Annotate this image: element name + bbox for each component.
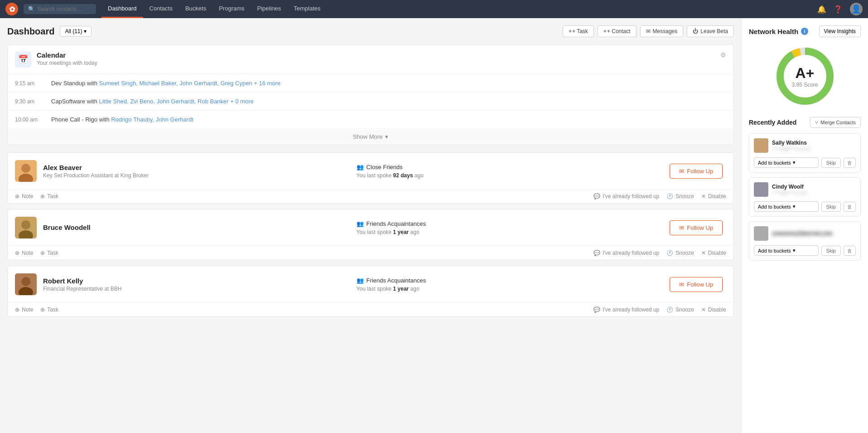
disable-action-2[interactable]: ✕ Disable bbox=[701, 250, 726, 256]
chevron-down-icon-2: ▾ bbox=[793, 204, 796, 209]
recent-actions-1: Add to buckets ▾ Skip 🗑 bbox=[754, 157, 856, 168]
add-contact-button[interactable]: + + Contact bbox=[598, 25, 637, 37]
follow-up-icon-2: ✉ bbox=[679, 224, 684, 231]
event-more-1[interactable]: + 16 more bbox=[254, 80, 280, 87]
follow-up-button-2[interactable]: ✉ Follow Up bbox=[670, 220, 723, 235]
calendar-event-row: 9:15 am Dev Standup with Sumeet Singh, M… bbox=[8, 74, 733, 92]
nav-templates[interactable]: Templates bbox=[287, 0, 327, 18]
clock-icon-3: 🕐 bbox=[666, 307, 673, 313]
messages-button[interactable]: ✉ Messages bbox=[640, 25, 684, 37]
note-action-1[interactable]: ⊕ Note bbox=[15, 193, 33, 199]
event-more-2[interactable]: + 0 more bbox=[230, 98, 254, 105]
contact-card-footer-3: ⊕ Note ⊕ Task 💬 I've already followed up… bbox=[8, 302, 733, 316]
contact-avatar-2 bbox=[15, 217, 37, 238]
dashboard-header: Dashboard All (11) ▾ + + Task + + Contac… bbox=[7, 25, 734, 37]
show-more-label: Show More bbox=[353, 133, 383, 140]
recent-name-3[interactable]: someone@blurred.com bbox=[772, 230, 833, 237]
snooze-action-3[interactable]: 🕐 Snooze bbox=[666, 307, 694, 313]
add-to-buckets-button-1[interactable]: Add to buckets ▾ bbox=[754, 157, 819, 168]
nav-contacts[interactable]: Contacts bbox=[143, 0, 179, 18]
calendar-event-row: 10:00 am Phone Call - Rigo with Rodrigo … bbox=[8, 111, 733, 129]
skip-button-3[interactable]: Skip bbox=[821, 246, 841, 256]
event-person-link-3[interactable]: Rodrigo Thauby, John Gerhardt bbox=[111, 116, 193, 123]
note-action-2[interactable]: ⊕ Note bbox=[15, 250, 33, 256]
contact-followup-card-1: Alex Beaver Key Set Production Assistant… bbox=[7, 152, 734, 204]
note-icon-2: ⊕ bbox=[15, 250, 19, 256]
note-action-3[interactable]: ⊕ Note bbox=[15, 307, 33, 313]
leave-beta-button[interactable]: ⏻ Leave Beta bbox=[687, 25, 734, 37]
last-spoke-3: You last spoke 1 year ago bbox=[357, 286, 420, 292]
search-bar[interactable]: 🔍 bbox=[24, 4, 96, 14]
calendar-settings-icon[interactable]: ⚙ bbox=[720, 51, 726, 58]
network-health-info-icon[interactable]: i bbox=[801, 28, 808, 35]
follow-up-button-1[interactable]: ✉ Follow Up bbox=[670, 164, 723, 179]
followed-up-action-2[interactable]: 💬 I've already followed up bbox=[593, 250, 659, 256]
filter-dropdown[interactable]: All (11) ▾ bbox=[60, 26, 92, 37]
delete-button-3[interactable]: 🗑 bbox=[844, 246, 856, 256]
note-icon-3: ⊕ bbox=[15, 307, 19, 313]
delete-button-1[interactable]: 🗑 bbox=[844, 158, 856, 168]
chat-icon-2: 💬 bbox=[593, 250, 600, 256]
network-grade: A+ bbox=[791, 65, 818, 82]
contact-name-3[interactable]: Robert Kelly bbox=[43, 277, 346, 285]
contact-name-1[interactable]: Alex Beaver bbox=[43, 164, 346, 171]
recent-contact-top-3: someone@blurred.com bbox=[754, 226, 856, 241]
nav-buckets[interactable]: Buckets bbox=[179, 0, 212, 18]
add-to-buckets-button-2[interactable]: Add to buckets ▾ bbox=[754, 201, 819, 212]
calendar-icon: 📅 bbox=[15, 51, 31, 68]
task-action-1[interactable]: ⊕ Task bbox=[40, 193, 58, 199]
follow-up-button-3[interactable]: ✉ Follow Up bbox=[670, 277, 723, 292]
donut-chart: A+ 3.95 Score bbox=[773, 44, 837, 108]
nav-pipelines[interactable]: Pipelines bbox=[251, 0, 288, 18]
show-more-button[interactable]: Show More ▾ bbox=[8, 129, 733, 145]
skip-button-2[interactable]: Skip bbox=[821, 202, 841, 212]
snooze-action-1[interactable]: 🕐 Snooze bbox=[666, 193, 694, 199]
event-time-2: 9:30 am bbox=[15, 98, 51, 105]
recent-name-2[interactable]: Cindy Woolf bbox=[772, 184, 808, 190]
event-person-link[interactable]: Sumeet Singh, Michael Baker, John Gerhar… bbox=[99, 80, 252, 87]
plus-icon: + bbox=[569, 28, 572, 34]
main-nav: Dashboard Contacts Buckets Programs Pipe… bbox=[101, 0, 327, 18]
task-action-2[interactable]: ⊕ Task bbox=[40, 250, 58, 256]
disable-action-3[interactable]: ✕ Disable bbox=[701, 307, 726, 313]
recent-contact-info-2: Cindy Woolf c***@w***y.com bbox=[772, 184, 808, 195]
notifications-icon[interactable]: 🔔 bbox=[817, 5, 826, 14]
main-content: Dashboard All (11) ▾ + + Task + + Contac… bbox=[0, 18, 741, 433]
view-insights-button[interactable]: View Insights bbox=[819, 25, 861, 37]
snooze-action-2[interactable]: 🕐 Snooze bbox=[666, 250, 694, 256]
add-task-button[interactable]: + + Task bbox=[563, 25, 594, 37]
contact-bucket-2: 👥 Friends Acquaintances You last spoke 1… bbox=[346, 220, 670, 235]
page-title: Dashboard bbox=[7, 26, 54, 37]
event-description-1: Dev Standup with Sumeet Singh, Michael B… bbox=[51, 80, 280, 87]
svg-point-7 bbox=[21, 277, 30, 286]
task-icon-3: ⊕ bbox=[40, 307, 45, 313]
contact-name-2[interactable]: Bruce Woodell bbox=[43, 224, 346, 231]
followed-up-action-1[interactable]: 💬 I've already followed up bbox=[593, 193, 659, 199]
contact-avatar-1 bbox=[15, 160, 37, 182]
disable-action-1[interactable]: ✕ Disable bbox=[701, 193, 726, 199]
task-action-3[interactable]: ⊕ Task bbox=[40, 307, 58, 313]
add-to-buckets-button-3[interactable]: Add to buckets ▾ bbox=[754, 245, 819, 256]
search-input[interactable] bbox=[38, 6, 87, 12]
user-avatar[interactable]: 👤 bbox=[850, 3, 863, 15]
bucket-label-3: 👥 Friends Acquaintances bbox=[357, 277, 426, 284]
chevron-down-icon: ▾ bbox=[793, 160, 796, 165]
nav-programs[interactable]: Programs bbox=[212, 0, 251, 18]
recent-name-1[interactable]: Sally Watkins bbox=[772, 140, 810, 146]
skip-button-1[interactable]: Skip bbox=[821, 158, 841, 168]
network-health-chart: A+ 3.95 Score bbox=[749, 44, 861, 108]
followed-up-action-3[interactable]: 💬 I've already followed up bbox=[593, 307, 659, 313]
delete-button-2[interactable]: 🗑 bbox=[844, 202, 856, 212]
event-person-link-2[interactable]: Little Shed, Zvi Beno, John Gerhardt, Ro… bbox=[99, 98, 229, 105]
recent-contact-info-1: Sally Watkins s***w@f***w.com bbox=[772, 140, 810, 151]
task-icon-1: ⊕ bbox=[40, 193, 45, 199]
donut-center: A+ 3.95 Score bbox=[791, 65, 818, 88]
footer-right-1: 💬 I've already followed up 🕐 Snooze ✕ Di… bbox=[593, 193, 726, 199]
recent-contact-card-3: someone@blurred.com Add to buckets ▾ Ski… bbox=[749, 221, 861, 261]
x-icon-2: ✕ bbox=[701, 250, 706, 256]
nav-dashboard[interactable]: Dashboard bbox=[101, 0, 143, 18]
app-logo[interactable]: ✿ bbox=[5, 3, 18, 15]
recent-avatar-1 bbox=[754, 138, 768, 153]
merge-contacts-button[interactable]: ⑂ Merge Contacts bbox=[810, 117, 861, 128]
help-icon[interactable]: ❓ bbox=[834, 5, 843, 14]
